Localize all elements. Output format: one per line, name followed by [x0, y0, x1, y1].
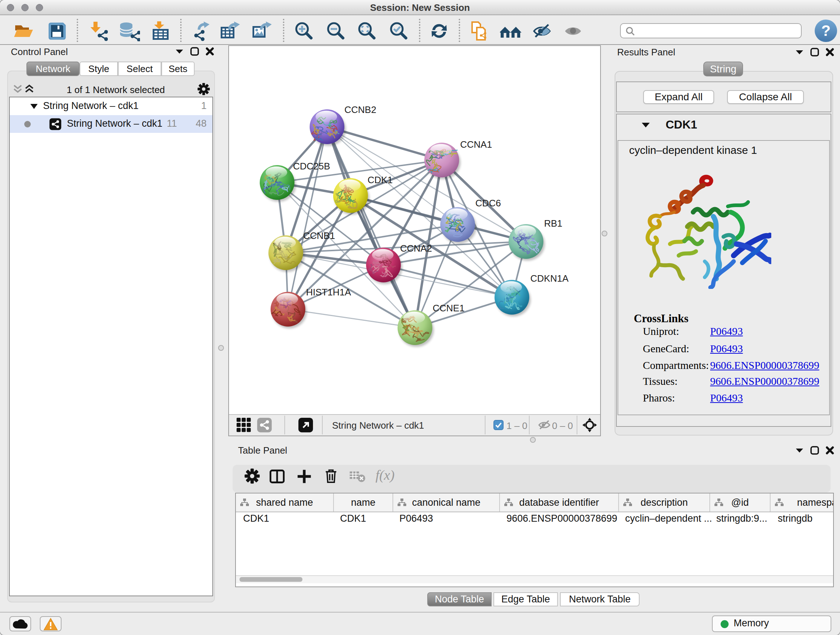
- svg-text:CCNA2: CCNA2: [400, 243, 432, 254]
- svg-text:CDC6: CDC6: [475, 198, 501, 209]
- svg-text:CCNB2: CCNB2: [344, 104, 376, 115]
- svg-text:RB1: RB1: [544, 218, 562, 229]
- svg-text:CDC25B: CDC25B: [293, 161, 330, 172]
- svg-text:CDKN1A: CDKN1A: [531, 273, 569, 284]
- svg-text:CCNE1: CCNE1: [433, 302, 464, 314]
- svg-text:CCNA1: CCNA1: [460, 139, 492, 150]
- svg-text:CDK1: CDK1: [368, 174, 393, 185]
- svg-text:CCNB1: CCNB1: [303, 230, 335, 241]
- svg-text:HIST1H1A: HIST1H1A: [306, 287, 351, 298]
